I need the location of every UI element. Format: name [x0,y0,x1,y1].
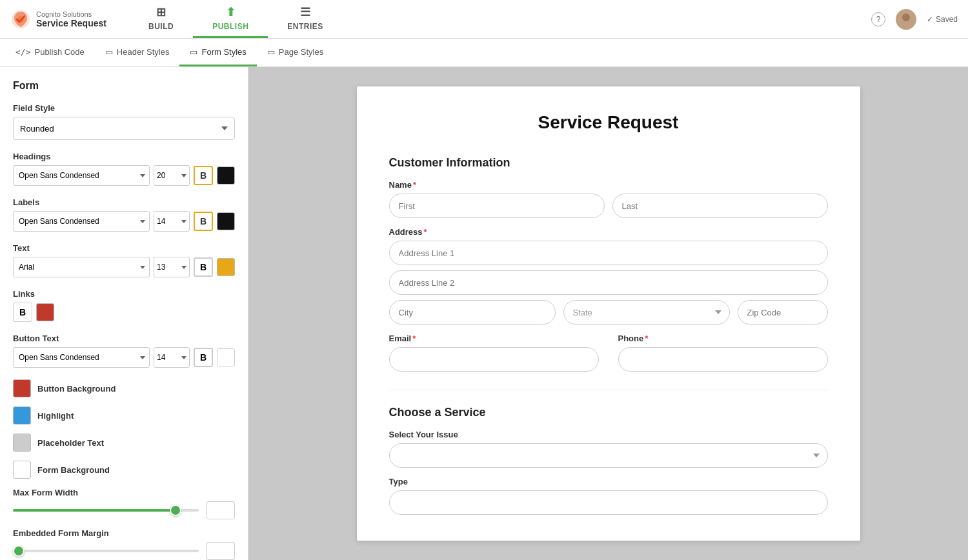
embedded-form-margin-row: 0 [13,542,235,560]
sidebar: Form Field Style Rounded Square Underlin… [0,67,248,560]
issue-field-group: Select Your Issue [389,430,828,468]
headings-font-row: Open Sans Condensed 20 B [13,165,235,186]
placeholder-text-swatch[interactable] [13,434,31,452]
form-background-label: Form Background [37,465,110,475]
links-label: Links [13,289,235,299]
text-group: Text Arial 13 B [13,243,235,277]
customer-section-title: Customer Information [389,156,828,170]
max-form-width-group: Max Form Width 800 [13,488,235,519]
page-styles-label: Page Styles [279,47,323,57]
tab-entries[interactable]: ☰ ENTRIES [268,0,343,38]
labels-font-row: Open Sans Condensed 14 B [13,211,235,232]
section-divider [389,390,828,390]
tab-publish[interactable]: ⬆ PUBLISH [193,0,268,38]
nav-form-styles[interactable]: ▭ Form Styles [179,39,256,66]
text-bold-button[interactable]: B [194,257,213,277]
nav-header-styles[interactable]: ▭ Header Styles [95,39,180,66]
city-input[interactable] [389,300,556,325]
field-style-group: Field Style Rounded Square Underline [13,103,235,140]
labels-label: Labels [13,197,235,207]
zip-input[interactable] [738,300,828,325]
name-field-group: Name* [389,180,828,218]
headings-group: Headings Open Sans Condensed 20 B [13,152,235,186]
labels-color-swatch[interactable] [217,212,235,230]
form-title: Service Request [389,112,828,133]
saved-label: Saved [936,15,958,24]
tab-build[interactable]: ⊞ BUILD [129,0,193,38]
issue-select[interactable] [389,443,828,468]
publish-code-icon: </> [15,47,30,57]
tab-publish-label: PUBLISH [212,22,248,31]
address-line2-input[interactable] [389,270,828,295]
header-styles-label: Header Styles [117,47,170,57]
name-last-input[interactable] [612,194,828,218]
publish-code-label: Publish Code [34,47,84,57]
form-background-swatch[interactable] [13,461,31,479]
tab-entries-label: ENTRIES [287,22,323,31]
build-icon: ⊞ [156,5,166,19]
content-area: Service Request Customer Information Nam… [248,67,968,560]
button-background-swatch[interactable] [13,379,31,397]
headings-label: Headings [13,152,235,161]
button-text-bold-button[interactable]: B [194,348,213,367]
headings-size-select[interactable]: 20 [154,165,190,186]
text-label: Text [13,243,235,253]
svg-point-1 [17,16,24,23]
check-icon: ✓ [927,15,933,24]
phone-field-group: Phone* [618,334,828,372]
highlight-swatch[interactable] [13,406,31,425]
phone-input[interactable] [618,347,828,372]
nav-page-styles[interactable]: ▭ Page Styles [257,39,334,66]
button-text-size-select[interactable]: 14 [154,347,190,368]
placeholder-text-label: Placeholder Text [37,438,104,448]
help-icon[interactable]: ? [871,12,885,26]
field-style-select[interactable]: Rounded Square Underline [13,117,235,140]
text-color-swatch[interactable] [217,258,235,276]
page-styles-icon: ▭ [267,47,275,57]
service-section-title: Choose a Service [389,406,828,419]
embedded-form-margin-value[interactable]: 0 [207,542,235,560]
nav-tabs: ⊞ BUILD ⬆ PUBLISH ☰ ENTRIES [129,0,861,38]
state-select[interactable]: State [563,300,730,325]
email-phone-row: Email* Phone* [389,334,828,372]
text-size-select[interactable]: 13 [154,257,190,277]
button-text-color-swatch[interactable] [217,348,235,366]
email-required: * [412,334,416,343]
email-input[interactable] [389,347,599,372]
sidebar-title: Form [13,80,235,92]
brand-name: Service Request [36,18,106,28]
headings-bold-button[interactable]: B [194,166,213,185]
type-input[interactable] [389,490,828,515]
nav-right: ? ✓ Saved [861,9,968,30]
name-first-input[interactable] [389,194,605,218]
form-styles-label: Form Styles [201,47,246,57]
embedded-form-margin-label: Embedded Form Margin [13,528,235,538]
button-text-font-select[interactable]: Open Sans Condensed [13,347,150,368]
svg-point-3 [900,21,913,30]
labels-font-select[interactable]: Open Sans Condensed [13,211,150,232]
max-form-width-value[interactable]: 800 [207,501,235,519]
phone-field-label: Phone* [618,334,828,343]
city-state-zip-row: State [389,300,828,325]
embedded-form-margin-slider[interactable] [13,550,199,552]
type-field-label: Type [389,477,828,486]
header-styles-icon: ▭ [105,47,113,57]
labels-size-select[interactable]: 14 [154,211,190,232]
headings-color-swatch[interactable] [217,166,235,185]
avatar[interactable] [896,9,916,30]
placeholder-text-row: Placeholder Text [13,434,235,452]
brand-icon [10,9,31,30]
button-text-font-row: Open Sans Condensed 14 B [13,347,235,368]
address-line1-input[interactable] [389,241,828,265]
top-nav: Cognito Solutions Service Request ⊞ BUIL… [0,0,968,39]
links-color-swatch[interactable] [36,303,54,321]
second-nav: </> Publish Code ▭ Header Styles ▭ Form … [0,39,968,67]
text-font-select[interactable]: Arial [13,257,150,277]
labels-bold-button[interactable]: B [194,212,213,231]
highlight-row: Highlight [13,406,235,425]
headings-font-select[interactable]: Open Sans Condensed [13,165,150,186]
nav-publish-code[interactable]: </> Publish Code [5,39,95,66]
max-form-width-slider[interactable] [13,509,199,512]
links-bold-button[interactable]: B [13,303,32,322]
address-field-label: Address* [389,227,828,237]
